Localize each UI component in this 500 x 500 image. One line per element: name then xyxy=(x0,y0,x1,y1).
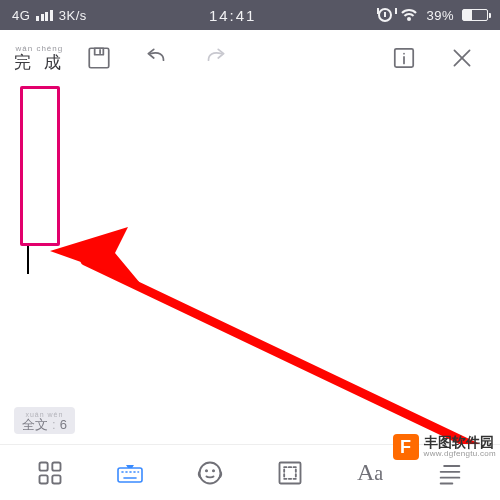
status-bar: 4G 3K/s 14:41 39% xyxy=(0,0,500,30)
face-icon xyxy=(196,459,224,487)
word-count-value: 6 xyxy=(60,418,67,431)
svg-point-21 xyxy=(206,470,207,471)
watermark-title: 丰图软件园 xyxy=(424,435,496,450)
svg-rect-9 xyxy=(40,462,48,470)
keyboard-icon xyxy=(116,459,144,487)
done-button[interactable]: wán chéng 完 成 xyxy=(14,45,65,71)
font-aa-icon: Aa xyxy=(357,459,383,486)
net-speed: 3K/s xyxy=(59,8,87,23)
svg-rect-24 xyxy=(284,467,296,479)
info-square-icon xyxy=(391,45,417,71)
redo-button[interactable] xyxy=(191,34,239,82)
done-label: 完 成 xyxy=(14,54,65,71)
watermark-url: www.dgfengtu.com xyxy=(424,450,496,458)
keyboard-button[interactable] xyxy=(90,459,170,487)
done-pinyin: wán chéng xyxy=(16,45,64,53)
editor-canvas[interactable] xyxy=(0,86,500,444)
editor-toolbar: wán chéng 完 成 xyxy=(0,30,500,86)
annotation-arrow xyxy=(50,201,490,461)
save-button[interactable] xyxy=(75,34,123,82)
text-cursor xyxy=(27,246,29,274)
alarm-icon xyxy=(378,8,392,22)
paragraph-button[interactable] xyxy=(410,459,490,487)
network-type: 4G xyxy=(12,8,30,23)
close-button[interactable] xyxy=(438,34,486,82)
battery-pct: 39% xyxy=(426,8,454,23)
signal-bars-icon xyxy=(36,10,53,21)
close-icon xyxy=(449,45,475,71)
floppy-disk-icon xyxy=(86,45,112,71)
apps-grid-icon xyxy=(36,459,64,487)
svg-rect-13 xyxy=(118,468,142,482)
info-button[interactable] xyxy=(380,34,428,82)
svg-rect-12 xyxy=(52,475,60,483)
svg-rect-11 xyxy=(40,475,48,483)
frame-icon xyxy=(276,459,304,487)
watermark-logo: F xyxy=(393,434,419,460)
watermark: F 丰图软件园 www.dgfengtu.com xyxy=(393,434,496,460)
svg-rect-23 xyxy=(280,462,301,483)
paragraph-lines-icon xyxy=(436,459,464,487)
frame-button[interactable] xyxy=(250,459,330,487)
svg-point-20 xyxy=(200,462,221,483)
svg-rect-1 xyxy=(94,48,103,55)
word-count-label: 全文 xyxy=(22,418,48,431)
word-count-badge[interactable]: xuán wén 全文 : 6 xyxy=(14,407,75,434)
status-time: 14:41 xyxy=(209,7,257,24)
undo-button[interactable] xyxy=(133,34,181,82)
battery-icon xyxy=(462,9,488,21)
svg-rect-10 xyxy=(52,462,60,470)
wifi-icon xyxy=(400,9,418,22)
face-button[interactable] xyxy=(170,459,250,487)
font-button[interactable]: Aa xyxy=(330,459,410,486)
redo-arrow-icon xyxy=(202,45,228,71)
svg-rect-0 xyxy=(89,48,109,68)
word-count-sep: : xyxy=(52,418,56,431)
svg-marker-8 xyxy=(50,227,140,283)
undo-arrow-icon xyxy=(144,45,170,71)
svg-point-22 xyxy=(213,470,214,471)
apps-button[interactable] xyxy=(10,459,90,487)
